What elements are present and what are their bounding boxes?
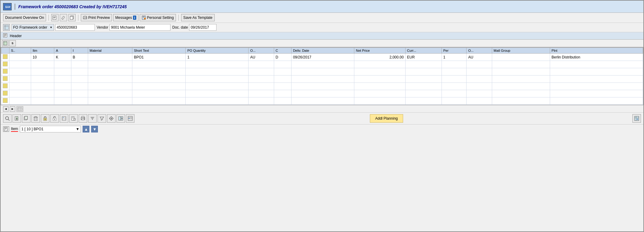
lock-btn[interactable] (41, 114, 49, 123)
sep3 (178, 15, 179, 21)
th-deliv-date[interactable]: Deliv. Date (291, 48, 354, 54)
th-po-qty[interactable]: PO Quantity (186, 48, 249, 54)
vendor-input[interactable] (109, 24, 170, 31)
new-doc-btn[interactable] (51, 14, 59, 21)
print-preview-btn[interactable]: Print Preview (81, 14, 112, 21)
search-btn[interactable] (3, 114, 12, 123)
svg-rect-8 (70, 16, 73, 19)
cell-per[interactable]: 1 (442, 54, 467, 61)
th-o1[interactable]: O... (249, 48, 274, 54)
order-type-label-text: Framework order (20, 25, 47, 30)
overview-btn[interactable] (126, 114, 134, 123)
scroll-left-btn[interactable]: ◄ (3, 106, 9, 112)
order-number-input[interactable] (55, 24, 95, 31)
svg-rect-50 (62, 117, 66, 120)
svg-line-33 (8, 119, 9, 121)
copy-item-btn[interactable] (22, 114, 30, 123)
th-c[interactable]: C (274, 48, 291, 54)
cell-c[interactable]: D (274, 54, 291, 61)
cell-o1[interactable]: AU (249, 54, 274, 61)
save-template-btn[interactable]: Save As Template (181, 14, 215, 21)
table-row[interactable] (1, 68, 643, 76)
th-net-price[interactable]: Net Price (354, 48, 406, 54)
table-row[interactable] (1, 97, 643, 105)
svg-point-67 (111, 118, 112, 119)
config-btn[interactable] (107, 114, 116, 123)
cell-material[interactable] (88, 54, 132, 61)
col-header-icon[interactable]: S (9, 40, 16, 46)
cell-matl-group[interactable] (492, 54, 550, 61)
scroll-grid-icon[interactable] (16, 106, 23, 112)
th-matl-group[interactable]: Matl Group (492, 48, 550, 54)
th-itm[interactable]: Itm (31, 48, 54, 54)
delete-btn[interactable] (31, 114, 40, 123)
th-short-text[interactable]: Short Text (132, 48, 186, 54)
order-type-code: FO (13, 25, 18, 30)
item-dropdown[interactable]: 1 [ 10 ] BPO1 ▼ (20, 126, 81, 132)
row-indicator (3, 98, 8, 103)
cell-s[interactable] (9, 54, 31, 61)
order-type-arrow: ▼ (50, 26, 52, 29)
sort-btn[interactable] (88, 114, 97, 123)
cell-deliv-date[interactable]: 09/26/2017 (291, 54, 354, 61)
item-down-btn[interactable]: ▼ (91, 126, 98, 132)
table-row[interactable] (1, 83, 643, 90)
th-s[interactable]: S.. (9, 48, 31, 54)
header-section[interactable]: Header (1, 32, 643, 40)
cell-itm[interactable]: 10 (31, 54, 54, 61)
right-config-btn[interactable] (632, 114, 641, 123)
th-i[interactable]: I (71, 48, 88, 54)
row-indicator (3, 62, 8, 66)
order-type-select[interactable]: FO Framework order ▼ (12, 24, 54, 31)
row-selector-icon[interactable] (2, 40, 9, 46)
detail-btn[interactable] (60, 114, 68, 123)
layout-btn[interactable] (116, 114, 125, 123)
table-row[interactable]: 10 K B BPO1 1 AU D 09/26/2017 2,000.00 E… (1, 54, 643, 61)
page-title: Framework order 4500020683 Created by IV… (18, 4, 641, 9)
row-indicator (3, 83, 8, 88)
filter-btn[interactable] (98, 114, 106, 123)
scroll-right-btn[interactable]: ► (10, 106, 15, 112)
service-btn[interactable] (69, 114, 78, 123)
vendor-group: Vendor (97, 24, 170, 31)
po-table: S.. Itm A I Material Short Text PO Quant… (1, 47, 643, 105)
th-per[interactable]: Per (442, 48, 467, 54)
order-type-icon[interactable] (3, 24, 10, 31)
main-window: SAP Framework order 4500020683 Created b… (0, 0, 644, 232)
th-material[interactable]: Material (88, 48, 132, 54)
cell-net-price[interactable]: 2,000.00 (354, 54, 406, 61)
cell-i[interactable]: B (71, 54, 88, 61)
table-row[interactable] (1, 76, 643, 83)
title-separator (15, 4, 15, 10)
item-bar: Item 1 [ 10 ] BPO1 ▼ ▲ ▼ (1, 124, 643, 134)
svg-rect-57 (74, 118, 75, 120)
th-plnt[interactable]: Plnt (550, 48, 643, 54)
print-btn[interactable] (79, 114, 87, 123)
th-curr[interactable]: Curr... (405, 48, 442, 54)
sap-icon: SAP (3, 3, 12, 10)
unlock-btn[interactable] (50, 114, 59, 123)
cell-a[interactable]: K (54, 54, 71, 61)
table-row[interactable] (1, 90, 643, 97)
item-icon[interactable] (3, 126, 9, 132)
th-o2[interactable]: O... (467, 48, 492, 54)
cell-o2[interactable]: AU (467, 54, 492, 61)
item-up-btn[interactable]: ▲ (83, 126, 89, 132)
print-preview-label: Print Preview (88, 16, 110, 20)
doc-overview-btn[interactable]: Document Overview On (3, 14, 46, 21)
svg-rect-60 (82, 119, 84, 120)
table-row[interactable] (1, 61, 643, 68)
addl-planning-btn[interactable]: Addl Planning (370, 114, 403, 123)
th-a[interactable]: A (54, 48, 71, 54)
cell-curr[interactable]: EUR (405, 54, 442, 61)
messages-btn[interactable]: Messages i (113, 14, 138, 21)
cell-plnt[interactable]: Berlin Distribution (550, 54, 643, 61)
personal-setting-btn[interactable]: Personal Setting (140, 14, 176, 21)
edit-btn[interactable] (60, 14, 67, 21)
copy-btn[interactable] (68, 14, 76, 21)
cell-short-text[interactable]: BPO1 (132, 54, 186, 61)
cell-po-qty[interactable]: 1 (186, 54, 249, 61)
doc-date-input[interactable] (189, 24, 216, 31)
new-item-btn[interactable] (13, 114, 21, 123)
main-toolbar: Document Overview On (1, 13, 643, 23)
